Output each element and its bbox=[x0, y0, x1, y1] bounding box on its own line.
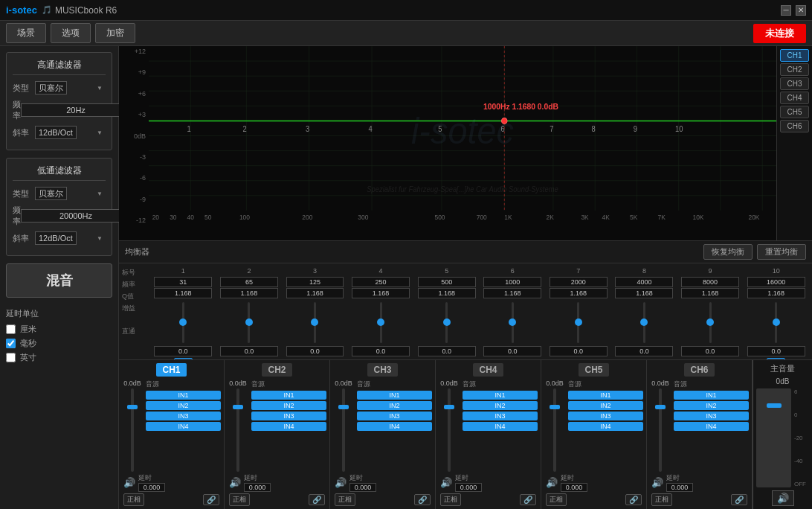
band10-thumb[interactable] bbox=[773, 318, 780, 326]
graph-ch1-button[interactable]: CH1 bbox=[780, 49, 809, 62]
ch2-fader-track[interactable] bbox=[236, 388, 239, 472]
ch4-phase-button[interactable]: 正相 bbox=[440, 493, 461, 506]
lowpass-freq-input[interactable] bbox=[21, 209, 131, 223]
ch2-delay-input[interactable] bbox=[244, 483, 271, 492]
ch5-fader-track[interactable] bbox=[553, 388, 556, 472]
band8-gain[interactable] bbox=[615, 346, 673, 356]
ch1-in2-button[interactable]: IN2 bbox=[146, 401, 221, 410]
ch1-fader-track[interactable] bbox=[131, 388, 134, 472]
lowpass-slope-select[interactable]: 12dB/Oct bbox=[35, 231, 77, 245]
ch1-in1-button[interactable]: IN1 bbox=[146, 391, 221, 400]
band1-q[interactable] bbox=[154, 288, 212, 298]
ch3-link-button[interactable]: 🔗 bbox=[414, 494, 431, 505]
ch1-name-badge[interactable]: CH1 bbox=[156, 363, 186, 377]
ch6-speaker-icon[interactable]: 🔊 bbox=[651, 477, 663, 488]
highpass-slope-select[interactable]: 12dB/Oct bbox=[35, 126, 77, 139]
ch5-in1-button[interactable]: IN1 bbox=[568, 391, 643, 400]
ch5-link-button[interactable]: 🔗 bbox=[625, 494, 642, 505]
ch3-phase-button[interactable]: 正相 bbox=[335, 493, 355, 506]
band10-q[interactable] bbox=[747, 288, 805, 298]
ch1-delay-input[interactable] bbox=[138, 483, 165, 492]
band6-thumb[interactable] bbox=[509, 318, 516, 326]
ch3-fader-thumb[interactable] bbox=[338, 405, 349, 409]
close-button[interactable]: ✕ bbox=[796, 5, 806, 16]
band10-freq[interactable] bbox=[747, 277, 805, 287]
band8-q[interactable] bbox=[615, 288, 673, 298]
ch4-delay-input[interactable] bbox=[455, 483, 482, 492]
eq-restore-button[interactable]: 恢复均衡 bbox=[703, 244, 753, 260]
main-fader-thumb[interactable] bbox=[767, 403, 782, 408]
ch1-in3-button[interactable]: IN3 bbox=[146, 412, 221, 420]
ch3-fader-track[interactable] bbox=[342, 388, 345, 472]
graph-ch2-button[interactable]: CH2 bbox=[780, 63, 809, 76]
ch2-in3-button[interactable]: IN3 bbox=[251, 412, 326, 420]
ch1-in4-button[interactable]: IN4 bbox=[146, 422, 221, 431]
band5-gain[interactable] bbox=[418, 346, 476, 356]
band7-thumb[interactable] bbox=[575, 318, 582, 326]
band3-gain[interactable] bbox=[286, 346, 344, 356]
band8-thumb[interactable] bbox=[640, 318, 648, 326]
ch6-fader-thumb[interactable] bbox=[655, 405, 666, 409]
lowpass-type-select[interactable]: 贝塞尔 bbox=[35, 187, 67, 200]
highpass-type-select[interactable]: 贝塞尔 bbox=[35, 81, 67, 95]
ch3-delay-input[interactable] bbox=[349, 483, 376, 492]
ch2-fader-thumb[interactable] bbox=[233, 405, 243, 409]
eq-curve-svg[interactable]: 1 2 3 4 5 6 7 8 9 10 i-sotec bbox=[149, 46, 776, 225]
ch5-name-badge[interactable]: CH5 bbox=[579, 363, 608, 377]
minimize-button[interactable]: ─ bbox=[781, 5, 791, 16]
ch4-in4-button[interactable]: IN4 bbox=[463, 422, 538, 431]
band2-thumb[interactable] bbox=[245, 318, 253, 326]
ch2-in4-button[interactable]: IN4 bbox=[251, 422, 326, 431]
ch4-in2-button[interactable]: IN2 bbox=[463, 401, 538, 410]
ch2-in1-button[interactable]: IN1 bbox=[251, 391, 326, 400]
band4-gain[interactable] bbox=[352, 346, 410, 356]
ch6-phase-button[interactable]: 正相 bbox=[651, 493, 672, 506]
eq-reset-button[interactable]: 重置均衡 bbox=[757, 244, 806, 260]
ch5-speaker-icon[interactable]: 🔊 bbox=[546, 477, 558, 488]
band2-freq[interactable] bbox=[220, 277, 278, 287]
scene-button[interactable]: 场景 bbox=[6, 23, 46, 43]
graph-ch5-button[interactable]: CH5 bbox=[780, 106, 809, 118]
ch3-in1-button[interactable]: IN1 bbox=[357, 391, 432, 400]
ch2-name-badge[interactable]: CH2 bbox=[262, 363, 291, 377]
ch6-delay-input[interactable] bbox=[666, 483, 693, 492]
ch6-name-badge[interactable]: CH6 bbox=[684, 363, 714, 377]
encrypt-button[interactable]: 加密 bbox=[95, 23, 135, 43]
band8-freq[interactable] bbox=[615, 277, 673, 287]
band4-q[interactable] bbox=[352, 288, 410, 298]
ch5-delay-input[interactable] bbox=[561, 483, 587, 492]
band6-q[interactable] bbox=[483, 288, 541, 298]
band2-gain[interactable] bbox=[220, 346, 278, 356]
band3-freq[interactable] bbox=[286, 277, 344, 287]
band9-thumb[interactable] bbox=[706, 318, 714, 326]
mix-button[interactable]: 混音 bbox=[6, 263, 112, 298]
ms-checkbox[interactable] bbox=[6, 339, 16, 348]
ch5-fader-thumb[interactable] bbox=[550, 405, 560, 409]
ch5-in2-button[interactable]: IN2 bbox=[568, 401, 643, 410]
ch3-in2-button[interactable]: IN2 bbox=[357, 401, 432, 410]
ch5-phase-button[interactable]: 正相 bbox=[546, 493, 567, 506]
ch1-link-button[interactable]: 🔗 bbox=[203, 494, 219, 505]
graph-ch6-button[interactable]: CH6 bbox=[780, 120, 809, 132]
band6-gain[interactable] bbox=[483, 346, 541, 356]
connection-status-button[interactable]: 未连接 bbox=[753, 24, 806, 43]
ch2-in2-button[interactable]: IN2 bbox=[251, 401, 326, 410]
ch5-in4-button[interactable]: IN4 bbox=[568, 422, 643, 431]
ch4-fader-track[interactable] bbox=[448, 388, 451, 472]
ch4-in3-button[interactable]: IN3 bbox=[463, 412, 538, 420]
ch1-phase-button[interactable]: 正相 bbox=[123, 493, 144, 506]
ch3-in3-button[interactable]: IN3 bbox=[357, 412, 432, 420]
band7-gain[interactable] bbox=[550, 346, 608, 356]
ch5-in3-button[interactable]: IN3 bbox=[568, 412, 643, 420]
band5-freq[interactable] bbox=[418, 277, 476, 287]
band3-thumb[interactable] bbox=[311, 318, 318, 326]
highpass-freq-input[interactable] bbox=[21, 103, 131, 117]
ch3-name-badge[interactable]: CH3 bbox=[367, 363, 397, 377]
graph-ch4-button[interactable]: CH4 bbox=[780, 92, 809, 104]
ch3-in4-button[interactable]: IN4 bbox=[357, 422, 432, 431]
band4-thumb[interactable] bbox=[377, 318, 384, 326]
band9-gain[interactable] bbox=[681, 346, 739, 356]
band5-thumb[interactable] bbox=[443, 318, 451, 326]
band6-freq[interactable] bbox=[483, 277, 541, 287]
ch4-in1-button[interactable]: IN1 bbox=[463, 391, 538, 400]
